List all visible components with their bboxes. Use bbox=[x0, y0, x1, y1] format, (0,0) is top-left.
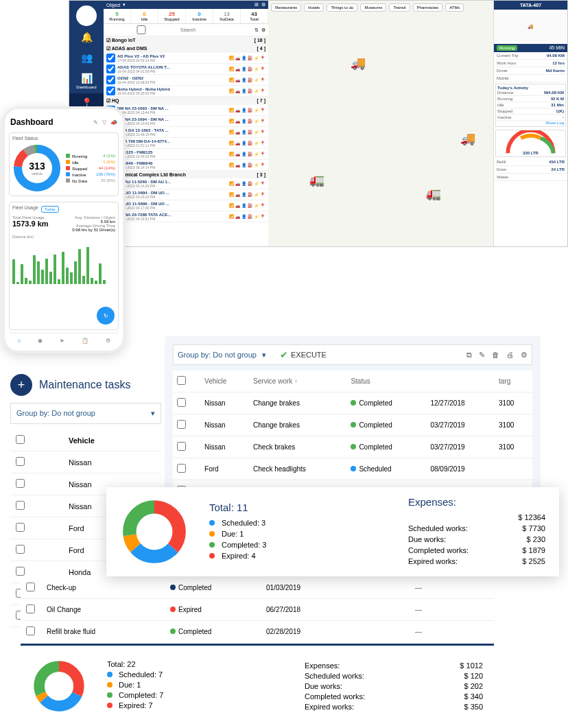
vehicle-row[interactable]: TATA 709 DM-DA-14-8774...17-04-2023 01:5… bbox=[104, 138, 268, 149]
add-button[interactable]: + bbox=[10, 374, 32, 396]
row-checkbox[interactable] bbox=[16, 457, 25, 466]
search-input[interactable] bbox=[179, 26, 252, 34]
select-all-checkbox[interactable] bbox=[106, 25, 176, 34]
group-by-dropdown[interactable]: Group by: Do not group ▾ bbox=[178, 351, 266, 360]
pencil-icon[interactable]: ✎ bbox=[479, 351, 485, 360]
row-checkbox[interactable] bbox=[106, 86, 115, 95]
status-tab[interactable]: 0Inactive bbox=[186, 9, 213, 23]
group-by-dropdown[interactable]: Group by: Do not group ▾ bbox=[10, 403, 161, 424]
col-date[interactable] bbox=[426, 371, 495, 392]
gear-icon[interactable]: ⚙ bbox=[261, 2, 265, 8]
filter-icon[interactable]: ▽ bbox=[102, 119, 106, 126]
sidebar-item-dashboard[interactable]: 📊Dashboard bbox=[69, 69, 104, 93]
truck-marker[interactable]: 🚛 bbox=[426, 186, 441, 201]
vehicle-row[interactable]: ADAS TOYOTA ALLION T...16-04-2023 04:01:… bbox=[104, 64, 268, 75]
map-filter-button[interactable]: Hotels bbox=[304, 3, 324, 12]
sidebar-item-bell[interactable]: 🔔 bbox=[69, 27, 104, 48]
row-checkbox[interactable] bbox=[16, 501, 25, 510]
row-checkbox[interactable] bbox=[16, 479, 25, 488]
row-checkbox[interactable] bbox=[106, 75, 115, 84]
vehicle-row[interactable]: DM AU 11-5260 - DM AU 1...17-04-2023 05:… bbox=[104, 178, 268, 189]
fab-button[interactable]: ↻ bbox=[97, 307, 115, 325]
row-checkbox[interactable] bbox=[177, 420, 186, 429]
row-checkbox[interactable] bbox=[177, 398, 186, 407]
gear-icon[interactable]: ⚙ bbox=[106, 338, 110, 344]
row-checkbox[interactable] bbox=[106, 54, 115, 62]
status-tab[interactable]: 5Running bbox=[104, 9, 131, 23]
vehicle-row[interactable]: TATA DA 13-1693 - TATA ...17-04-2023 01:… bbox=[104, 127, 268, 138]
row-checkbox[interactable] bbox=[16, 567, 25, 576]
col-vehicle[interactable]: Vehicle bbox=[63, 430, 161, 451]
status-tab[interactable]: 25Stopped bbox=[158, 9, 186, 23]
table-row[interactable]: FordCheck headlightsScheduled08/09/2019 bbox=[173, 458, 532, 480]
row-checkbox[interactable] bbox=[26, 583, 35, 591]
select-all-checkbox[interactable] bbox=[16, 435, 25, 444]
table-row[interactable]: Nissan bbox=[10, 451, 161, 473]
status-tab[interactable]: 13NoData bbox=[213, 9, 241, 23]
location-icon[interactable]: ◉ bbox=[38, 338, 43, 344]
row-checkbox[interactable] bbox=[16, 523, 25, 532]
clipboard-icon[interactable]: 📋 bbox=[82, 338, 88, 344]
col-status[interactable]: Status bbox=[346, 371, 426, 392]
truck-marker[interactable]: 🚚 bbox=[351, 56, 366, 71]
map-filter-button[interactable]: Transit bbox=[389, 3, 410, 12]
col-service[interactable]: Service work ↑ bbox=[249, 371, 346, 392]
group-header[interactable]: ☑ HQ[ 7 ] bbox=[104, 97, 268, 105]
vehicle-row[interactable]: DM NA 23-1694 - DM NA ...17-04-2023 04:1… bbox=[104, 116, 268, 127]
group-header[interactable]: uda Chemical Complex Ltd Branch[ 3 ] bbox=[104, 171, 268, 178]
vehicle-row[interactable]: FMB125 - FMB12516-04-2023 10:45:20 PM📶🚗👤… bbox=[104, 149, 268, 160]
trash-icon[interactable]: 🗑 bbox=[492, 351, 499, 360]
show-log-link[interactable]: Show Log bbox=[497, 121, 564, 125]
chevron-down-icon[interactable]: ▾ bbox=[123, 2, 126, 8]
col-vehicle[interactable]: Vehicle bbox=[200, 371, 249, 392]
map-filter-button[interactable]: Museums bbox=[360, 3, 386, 12]
home-icon[interactable]: ⌂ bbox=[17, 338, 21, 344]
map-filter-button[interactable]: Pharmacies bbox=[413, 3, 443, 12]
table-row[interactable]: NissanCheck brakesCompleted03/27/2019310… bbox=[173, 436, 532, 458]
table-row[interactable]: Oil ChangeExpired06/27/2018— bbox=[21, 599, 494, 621]
gear-icon[interactable]: ⚙ bbox=[261, 27, 265, 33]
pencil-icon[interactable]: ✎ bbox=[93, 119, 98, 126]
row-checkbox[interactable] bbox=[26, 604, 35, 613]
row-checkbox[interactable] bbox=[26, 626, 35, 635]
grid-icon[interactable]: ⊞ bbox=[255, 2, 259, 8]
select-all-checkbox[interactable] bbox=[177, 376, 186, 385]
row-checkbox[interactable] bbox=[177, 464, 186, 473]
vehicle-row[interactable]: DM UO 11-5694 - DM UO ...17-04-2023 05:2… bbox=[104, 189, 268, 200]
truck-marker[interactable]: 🚛 bbox=[309, 172, 324, 187]
nav-arrow-icon[interactable]: ➤ bbox=[60, 338, 64, 344]
vehicle-row[interactable]: DM NA 20-7288 TATA ACE...17-04-2023 04:1… bbox=[104, 211, 268, 222]
table-row[interactable]: NissanChange brakesCompleted03/27/201931… bbox=[173, 414, 532, 436]
table-row[interactable]: Check-upCompleted01/03/2019— bbox=[21, 577, 494, 599]
megaphone-icon[interactable]: 📣 bbox=[110, 119, 117, 126]
table-row[interactable]: Refill brake fluidCompleted02/28/2019— bbox=[21, 621, 494, 643]
bar bbox=[99, 263, 102, 284]
vehicle-row[interactable]: AD Plus V2 - AD Plus V217-04-2023 02:52:… bbox=[104, 53, 268, 64]
print-icon[interactable]: 🖨 bbox=[506, 351, 514, 360]
vehicle-row[interactable]: FMB640 - FMB64028-03-2023 06:14:14 PM📶🚗👤… bbox=[104, 160, 268, 171]
map-filter-button[interactable]: ATMs bbox=[445, 3, 464, 12]
sidebar-item-users[interactable]: 👥 bbox=[69, 48, 104, 69]
execute-button[interactable]: ✔ EXECUTE bbox=[280, 349, 327, 360]
map-view[interactable]: RestaurantsHotelsThings to doMuseumsTran… bbox=[268, 1, 493, 246]
row-checkbox[interactable] bbox=[177, 442, 186, 451]
vehicle-row[interactable]: Noha Hybird - Noha Hybird15-04-2023 05:2… bbox=[104, 86, 268, 97]
truck-marker[interactable]: 🚚 bbox=[460, 131, 475, 146]
vehicle-row[interactable]: GEN2 - GEN216-04-2023 10:28:29 PM📶🚗👤⛽⚡📍 bbox=[104, 75, 268, 86]
gear-icon[interactable]: ⚙ bbox=[521, 351, 528, 360]
map-filter-button[interactable]: Things to do bbox=[327, 3, 357, 12]
vehicle-row[interactable]: DM NA 23-1693 - DM NA ...17-04-2023 04:1… bbox=[104, 105, 268, 116]
status-tab[interactable]: 0Idle bbox=[131, 9, 158, 23]
copy-icon[interactable]: ⧉ bbox=[466, 351, 472, 360]
col-target[interactable]: targ bbox=[495, 371, 532, 392]
status-tab[interactable]: 43Total bbox=[241, 9, 268, 23]
row-checkbox[interactable] bbox=[16, 545, 25, 554]
map-filter-button[interactable]: Restaurants bbox=[271, 3, 301, 12]
today-badge[interactable]: Today bbox=[41, 206, 59, 213]
group-header[interactable]: ☑ Bongo IoT[ 18 ] bbox=[104, 36, 268, 45]
table-row[interactable]: NissanChange brakesCompleted12/27/201831… bbox=[173, 392, 532, 414]
group-header[interactable]: ☑ ADAS and DMS[ 4 ] bbox=[104, 45, 268, 53]
vehicle-row[interactable]: DM UO 11-5696 - DM UO ...17-04-2023 04:1… bbox=[104, 200, 268, 211]
row-checkbox[interactable] bbox=[106, 64, 115, 73]
sort-icon[interactable]: ⇅ bbox=[255, 27, 259, 33]
